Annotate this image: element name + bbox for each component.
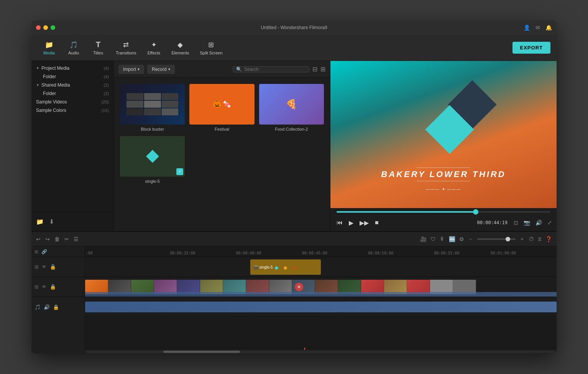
transitions-label: Transitions <box>116 51 136 55</box>
import-button[interactable]: Import ▾ <box>118 65 144 74</box>
toolbar-item-transitions[interactable]: ⇄ Transitions <box>111 38 141 58</box>
scrubber-bar[interactable] <box>337 211 550 213</box>
expand-icon[interactable]: ⤢ <box>547 220 552 226</box>
ruler-label-40: 00:00:40:00 <box>236 251 261 255</box>
zoom-thumb <box>506 237 510 241</box>
maximize-button[interactable] <box>51 25 55 30</box>
media-item-single5[interactable]: ✓ single-5 <box>120 136 185 184</box>
lock-icon[interactable]: 🔒 <box>50 264 56 270</box>
tree-item-sample-colors[interactable]: Sample Colors (15) <box>31 106 113 115</box>
export-button[interactable]: EXPORT <box>512 42 550 54</box>
shield-icon[interactable]: 🛡 <box>430 236 436 242</box>
preview-right-controls: ⊡ 📷 🔊 ⤢ <box>514 220 552 226</box>
eye-icon[interactable]: 👁 <box>42 264 47 270</box>
toolbar-item-audio[interactable]: 🎵 Audio <box>62 38 85 58</box>
captions-icon[interactable]: 🔤 <box>449 236 455 242</box>
blockbuster-label: Block buster <box>120 127 185 131</box>
toolbar-item-effects[interactable]: ✦ Effects <box>142 38 165 58</box>
title-bar: Untitled - Wondershare Filmora9 👤 ✉ 🔔 <box>31 20 557 35</box>
tree-item-folder-2[interactable]: Folder (2) <box>31 89 113 98</box>
food-thumb: 🍕 <box>259 84 324 125</box>
user-icon: 👤 <box>524 25 530 31</box>
media-browser: Import ▾ Record ▾ 🔍 ⊟ ⊞ <box>114 61 330 231</box>
preview-panel: BAKERY LOWER THIRD ——— ✦ ——— ⏮ ▶ ▶▶ ■ 00… <box>330 61 557 231</box>
plus-icon[interactable]: ＋ <box>519 236 525 243</box>
window-title: Untitled - Wondershare Filmora9 <box>261 25 327 30</box>
scissors-icon[interactable]: ✂ <box>64 236 69 242</box>
ruler-label-60: 00:01:00:00 <box>491 251 516 255</box>
record-button[interactable]: Record ▾ <box>147 65 175 74</box>
diamond-shape <box>146 150 159 163</box>
food-label: Food Collection-2 <box>259 127 324 131</box>
media-tree: ▼ Project Media (4) Folder (4) ▼ Shared … <box>31 61 113 212</box>
check-mark: ✓ <box>176 168 183 175</box>
search-input[interactable] <box>244 67 306 72</box>
toolbar-item-media[interactable]: 📁 Media <box>38 38 61 58</box>
volume-icon[interactable]: 🔊 <box>535 220 542 226</box>
search-box[interactable]: 🔍 <box>233 66 309 72</box>
media-icon: 📁 <box>45 41 53 49</box>
add-folder-icon[interactable]: 📁 <box>36 218 44 225</box>
toolbar-item-elements[interactable]: ◆ Elements <box>167 38 194 58</box>
eye2-icon[interactable]: 👁 <box>42 284 47 290</box>
preview-background: BAKERY LOWER THIRD ——— ✦ ——— <box>330 61 557 208</box>
grid-icon[interactable]: ⊞ <box>320 66 325 73</box>
help-icon[interactable]: ❓ <box>545 236 552 242</box>
duration-icon[interactable]: ⏱ <box>529 236 534 242</box>
toolbar-item-splitscreen[interactable]: ⊞ Split Screen <box>195 38 227 58</box>
minimize-button[interactable] <box>43 25 48 30</box>
track-header-motion: ⊞ 👁 🔒 <box>31 257 85 277</box>
media-item-festival[interactable]: 🎃 🍬 Festival <box>189 84 254 131</box>
tree-count: (2) <box>104 91 109 96</box>
keyframe-icon[interactable]: ⧖ <box>538 236 542 242</box>
delete-icon[interactable]: 🗑 <box>54 236 60 242</box>
redo-icon[interactable]: ↪ <box>45 236 50 242</box>
scrubber-area[interactable] <box>330 208 557 214</box>
timeline-ruler-area: :00 00:00:35:00 00:00:40:00 00:00:45:00 … <box>85 246 557 354</box>
window-controls[interactable] <box>36 25 55 30</box>
stop-button[interactable]: ■ <box>373 218 380 228</box>
tree-item-sample-videos[interactable]: Sample Videos (20) <box>31 98 113 106</box>
close-button[interactable] <box>36 25 41 30</box>
tree-label: Folder <box>43 91 56 96</box>
lock2-icon[interactable]: 🔒 <box>50 284 56 290</box>
timeline-content: ⊞ 🔗 ⊞ 👁 🔒 ⊞ 👁 🔒 🎵 🔊 🔒 <box>31 246 557 354</box>
tree-item-project-media[interactable]: ▼ Project Media (4) <box>31 64 113 72</box>
filter-icon[interactable]: ⊟ <box>312 66 317 73</box>
zoom-slider[interactable] <box>477 238 516 240</box>
play-full-button[interactable]: ▶▶ <box>358 218 370 228</box>
music-icon: 🎵 <box>34 304 41 310</box>
import-icon[interactable]: ⬇ <box>49 218 54 225</box>
mic-icon[interactable]: 🎙 <box>440 236 445 242</box>
scrollbar-track[interactable] <box>87 351 555 353</box>
settings-icon[interactable]: ⚙ <box>459 236 464 242</box>
motion-clip-single5[interactable]: 🎬 single-5 ◆ ◆ ◆ <box>250 259 321 275</box>
splitscreen-label: Split Screen <box>200 51 222 55</box>
skip-back-button[interactable]: ⏮ <box>335 218 344 228</box>
media-item-food[interactable]: 🍕 Food Collection-2 <box>259 84 324 131</box>
camera-timeline-icon[interactable]: 🎥 <box>420 236 427 242</box>
media-item-blockbuster[interactable]: Block buster <box>120 84 185 131</box>
single5-label: single-5 <box>120 179 185 184</box>
snap-icon[interactable]: ⊞ <box>34 249 38 254</box>
festival-label: Festival <box>189 127 254 131</box>
camera-icon[interactable]: 📷 <box>524 220 530 226</box>
toolbar-item-titles[interactable]: T Titles <box>87 37 110 58</box>
lock3-icon[interactable]: 🔒 <box>53 304 59 310</box>
link-icon[interactable]: 🔗 <box>41 249 47 254</box>
menu-icon[interactable]: ☰ <box>74 236 79 242</box>
tree-item-shared-media[interactable]: ▼ Shared Media (2) <box>31 81 113 89</box>
bell-icon: 🔔 <box>545 25 552 31</box>
scrollbar-thumb[interactable] <box>163 351 240 353</box>
timeline-scrollbar[interactable] <box>85 350 557 354</box>
minus-icon[interactable]: － <box>468 236 473 243</box>
undo-icon[interactable]: ↩ <box>36 236 41 242</box>
fullscreen-icon[interactable]: ⊡ <box>514 220 518 226</box>
tree-item-folder-1[interactable]: Folder (4) <box>31 72 113 81</box>
scrubber-fill <box>337 211 476 213</box>
scrubber-thumb[interactable] <box>473 209 478 215</box>
elements-icon: ◆ <box>177 41 183 49</box>
speaker-icon[interactable]: 🔊 <box>44 304 50 310</box>
titles-label: Titles <box>93 51 103 55</box>
play-button[interactable]: ▶ <box>347 218 355 228</box>
